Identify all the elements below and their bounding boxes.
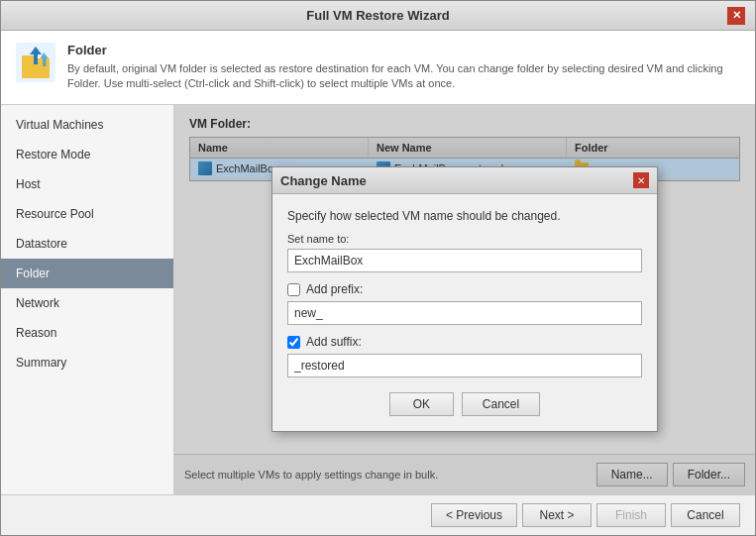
- window-close-button[interactable]: ✕: [727, 7, 745, 25]
- dialog-overlay: Change Name ✕ Specify how selected VM na…: [174, 105, 755, 494]
- sidebar-item-summary[interactable]: Summary: [1, 348, 173, 377]
- add-prefix-checkbox[interactable]: [287, 283, 300, 296]
- header-description: By default, original VM folder is select…: [67, 61, 740, 92]
- sidebar-item-resource-pool[interactable]: Resource Pool: [1, 199, 173, 229]
- dialog-close-button[interactable]: ✕: [633, 172, 649, 188]
- change-name-dialog: Change Name ✕ Specify how selected VM na…: [271, 166, 658, 432]
- dialog-title: Change Name: [280, 173, 367, 188]
- sidebar-item-folder[interactable]: Folder: [1, 259, 173, 288]
- header-text-block: Folder By default, original VM folder is…: [67, 43, 740, 92]
- folder-wizard-icon: [16, 43, 55, 82]
- sidebar: Virtual Machines Restore Mode Host Resou…: [1, 105, 174, 494]
- dialog-buttons: OK Cancel: [287, 392, 642, 416]
- footer: < Previous Next > Finish Cancel: [1, 494, 755, 535]
- main-content: Virtual Machines Restore Mode Host Resou…: [1, 105, 755, 494]
- sidebar-item-datastore[interactable]: Datastore: [1, 229, 173, 259]
- next-button[interactable]: Next >: [522, 503, 592, 527]
- title-bar: Full VM Restore Wizard ✕: [1, 1, 755, 31]
- finish-button[interactable]: Finish: [596, 503, 666, 527]
- prefix-input[interactable]: [287, 301, 642, 325]
- dialog-cancel-button[interactable]: Cancel: [462, 392, 540, 416]
- add-suffix-checkbox[interactable]: [287, 336, 300, 349]
- window-title: Full VM Restore Wizard: [29, 8, 727, 23]
- set-name-label: Set name to:: [287, 233, 642, 245]
- set-name-input[interactable]: [287, 249, 642, 272]
- suffix-input[interactable]: [287, 354, 642, 377]
- dialog-title-bar: Change Name ✕: [272, 167, 657, 194]
- dialog-body: Specify how selected VM name should be c…: [272, 194, 657, 431]
- main-window: Full VM Restore Wizard ✕ Folder By defau…: [0, 0, 756, 536]
- previous-button[interactable]: < Previous: [431, 503, 517, 527]
- svg-rect-2: [22, 55, 34, 60]
- add-prefix-label[interactable]: Add prefix:: [306, 282, 363, 296]
- sidebar-item-network[interactable]: Network: [1, 288, 173, 318]
- dialog-ok-button[interactable]: OK: [389, 392, 454, 416]
- sidebar-item-virtual-machines[interactable]: Virtual Machines: [1, 110, 173, 140]
- add-suffix-label[interactable]: Add suffix:: [306, 335, 362, 349]
- sidebar-item-host[interactable]: Host: [1, 169, 173, 199]
- content-area: VM Folder: Name New Name Folder ExchMail…: [174, 105, 755, 494]
- add-prefix-row: Add prefix:: [287, 282, 642, 296]
- header-title: Folder: [67, 43, 740, 57]
- dialog-description: Specify how selected VM name should be c…: [287, 209, 642, 223]
- add-suffix-row: Add suffix:: [287, 335, 642, 349]
- sidebar-item-restore-mode[interactable]: Restore Mode: [1, 140, 173, 169]
- cancel-button[interactable]: Cancel: [671, 503, 740, 527]
- header-section: Folder By default, original VM folder is…: [1, 31, 755, 105]
- sidebar-item-reason[interactable]: Reason: [1, 318, 173, 348]
